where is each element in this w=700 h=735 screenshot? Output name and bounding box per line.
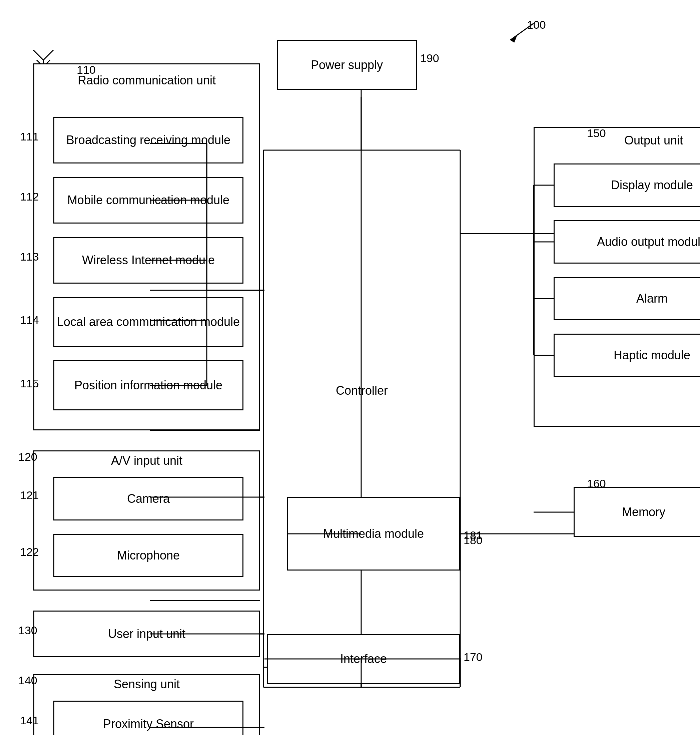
multimedia-box: Multimedia module [287,497,460,570]
broadcasting-ref: 111 [20,130,39,143]
user-input-box: User input unit [33,611,260,657]
microphone-ref: 122 [20,545,39,558]
interface-box: Interface [267,634,460,684]
ref-arrow [500,20,540,47]
power-supply-box: Power supply [277,40,417,90]
controller-label: Controller [263,384,460,398]
diagram: 100 Power supply 190 Radio communication… [0,0,700,735]
local-area-box: Local area communication module [53,297,243,347]
haptic-module-box: Haptic module [554,334,700,377]
mobile-comm-box: Mobile communication module [53,177,243,224]
user-input-ref: 130 [18,624,37,637]
mobile-comm-ref: 112 [20,190,39,203]
wireless-internet-box: Wireless Internet module [53,237,243,284]
proximity-sensor-ref: 141 [20,714,39,727]
sensing-label: Sensing unit [37,677,257,691]
display-module-box: Display module [554,163,700,207]
svg-line-22 [33,50,43,60]
av-input-ref: 120 [18,451,37,463]
svg-line-19 [510,24,534,40]
multimedia-ref: 181 [463,529,482,542]
output-label: Output unit [537,134,700,147]
broadcasting-box: Broadcasting receiving module [53,117,243,163]
camera-ref: 121 [20,489,39,502]
alarm-box: Alarm [554,277,700,320]
power-supply-ref: 190 [420,52,439,65]
radio-comm-ref: 110 [77,63,96,77]
camera-box: Camera [53,477,243,520]
wireless-internet-ref: 113 [20,250,39,263]
memory-ref: 160 [587,477,606,490]
radio-comm-label: Radio communication unit [37,74,257,87]
svg-line-23 [43,50,53,60]
proximity-sensor-box: Proximity Sensor [53,701,243,735]
position-info-ref: 115 [20,377,39,390]
sensing-ref: 140 [18,674,37,687]
position-info-box: Position information module [53,360,243,410]
output-ref: 150 [587,127,606,140]
microphone-box: Microphone [53,534,243,577]
memory-box: Memory [574,487,700,537]
local-area-ref: 114 [20,314,39,327]
av-input-label: A/V input unit [37,454,257,468]
interface-ref: 170 [463,651,482,664]
audio-output-box: Audio output module [554,220,700,264]
